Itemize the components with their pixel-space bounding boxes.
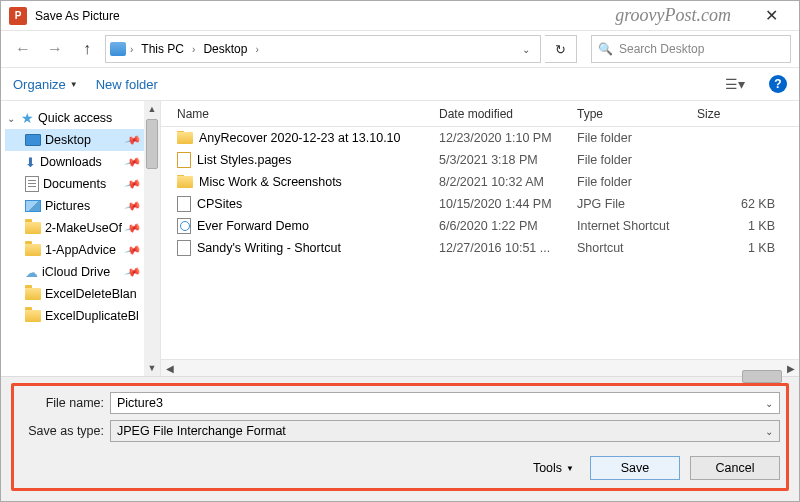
chevron-down-icon: ▼ bbox=[70, 80, 78, 89]
filename-label: File name: bbox=[20, 396, 104, 410]
tools-label: Tools bbox=[533, 461, 562, 475]
column-type[interactable]: Type bbox=[577, 107, 697, 121]
file-row[interactable]: AnyRecover 2020-12-23 at 13.10.1012/23/2… bbox=[161, 127, 799, 149]
address-segment-desktop[interactable]: Desktop bbox=[199, 42, 251, 56]
file-type: File folder bbox=[577, 131, 697, 145]
pin-icon: 📌 bbox=[124, 241, 143, 259]
caret-down-icon[interactable]: ⌄ bbox=[7, 113, 17, 124]
file-date: 6/6/2020 1:22 PM bbox=[439, 219, 577, 233]
scroll-thumb[interactable] bbox=[146, 119, 158, 169]
chevron-down-icon[interactable]: ⌄ bbox=[765, 398, 773, 409]
tree-scrollbar[interactable]: ▲ ▼ bbox=[144, 101, 160, 376]
file-list-pane: Name Date modified Type Size AnyRecover … bbox=[161, 101, 799, 376]
pin-icon: 📌 bbox=[124, 197, 143, 215]
file-name: AnyRecover 2020-12-23 at 13.10.10 bbox=[199, 131, 401, 145]
file-type: File folder bbox=[577, 153, 697, 167]
navigation-tree: ⌄ ★ Quick access Desktop📌⬇Downloads📌Docu… bbox=[1, 101, 161, 376]
organize-label: Organize bbox=[13, 77, 66, 92]
file-date: 5/3/2021 3:18 PM bbox=[439, 153, 577, 167]
cloud-icon: ☁ bbox=[25, 265, 38, 280]
organize-button[interactable]: Organize ▼ bbox=[13, 77, 78, 92]
filename-input[interactable]: Picture3 ⌄ bbox=[110, 392, 780, 414]
star-icon: ★ bbox=[21, 110, 34, 126]
pages-icon bbox=[177, 152, 191, 168]
file-name: Sandy's Writing - Shortcut bbox=[197, 241, 341, 255]
cancel-label: Cancel bbox=[716, 461, 755, 475]
pin-icon: 📌 bbox=[124, 219, 143, 237]
save-button[interactable]: Save bbox=[590, 456, 680, 480]
file-name: Misc Work & Screenshots bbox=[199, 175, 342, 189]
quick-access-label: Quick access bbox=[38, 111, 112, 125]
folder-icon bbox=[25, 222, 41, 234]
sidebar-item-exceldeleteblan[interactable]: ExcelDeleteBlan bbox=[5, 283, 160, 305]
search-input[interactable]: 🔍 Search Desktop bbox=[591, 35, 791, 63]
column-date[interactable]: Date modified bbox=[439, 107, 577, 121]
column-headers: Name Date modified Type Size bbox=[161, 101, 799, 127]
titlebar: P Save As Picture groovyPost.com ✕ bbox=[1, 1, 799, 31]
saveastype-select[interactable]: JPEG File Interchange Format ⌄ bbox=[110, 420, 780, 442]
hscroll-thumb[interactable] bbox=[742, 370, 782, 383]
sidebar-item-2-makeuseof[interactable]: 2-MakeUseOf📌 bbox=[5, 217, 160, 239]
back-button[interactable]: ← bbox=[9, 35, 37, 63]
sidebar-item-label: 2-MakeUseOf bbox=[45, 221, 122, 235]
scroll-up-icon[interactable]: ▲ bbox=[144, 101, 160, 117]
pin-icon: 📌 bbox=[124, 175, 143, 193]
sidebar-item-label: Documents bbox=[43, 177, 106, 191]
cancel-button[interactable]: Cancel bbox=[690, 456, 780, 480]
highlighted-region: File name: Picture3 ⌄ Save as type: JPEG… bbox=[11, 383, 789, 491]
scroll-right-icon[interactable]: ▶ bbox=[782, 363, 799, 374]
column-name[interactable]: Name bbox=[161, 107, 439, 121]
sidebar-item-label: Pictures bbox=[45, 199, 90, 213]
file-row[interactable]: List Styles.pages5/3/2021 3:18 PMFile fo… bbox=[161, 149, 799, 171]
folder-icon bbox=[25, 244, 41, 256]
tools-button[interactable]: Tools ▼ bbox=[533, 461, 574, 475]
chevron-right-icon[interactable]: › bbox=[255, 44, 258, 55]
scroll-down-icon[interactable]: ▼ bbox=[144, 360, 160, 376]
drive-icon bbox=[110, 42, 126, 56]
file-name: CPSites bbox=[197, 197, 242, 211]
help-button[interactable]: ? bbox=[769, 75, 787, 93]
horizontal-scrollbar[interactable]: ◀ ▶ bbox=[161, 359, 799, 376]
sidebar-item-downloads[interactable]: ⬇Downloads📌 bbox=[5, 151, 160, 173]
file-row[interactable]: CPSites10/15/2020 1:44 PMJPG File62 KB bbox=[161, 193, 799, 215]
sidebar-item-icloud-drive[interactable]: ☁iCloud Drive📌 bbox=[5, 261, 160, 283]
file-row[interactable]: Ever Forward Demo6/6/2020 1:22 PMInterne… bbox=[161, 215, 799, 237]
new-folder-button[interactable]: New folder bbox=[96, 77, 158, 92]
chevron-down-icon[interactable]: ⌄ bbox=[765, 426, 773, 437]
tree-quick-access[interactable]: ⌄ ★ Quick access bbox=[5, 107, 160, 129]
address-bar[interactable]: › This PC › Desktop › ⌄ bbox=[105, 35, 541, 63]
file-size: 1 KB bbox=[697, 219, 799, 233]
navigation-row: ← → ↑ › This PC › Desktop › ⌄ ↻ 🔍 Search… bbox=[1, 31, 799, 67]
view-options-button[interactable]: ☰▾ bbox=[719, 74, 751, 94]
chevron-right-icon[interactable]: › bbox=[192, 44, 195, 55]
column-size[interactable]: Size bbox=[697, 107, 799, 121]
address-dropdown-icon[interactable]: ⌄ bbox=[516, 44, 536, 55]
sidebar-item-desktop[interactable]: Desktop📌 bbox=[5, 129, 160, 151]
close-button[interactable]: ✕ bbox=[751, 2, 791, 30]
address-segment-thispc[interactable]: This PC bbox=[137, 42, 188, 56]
jpg-icon bbox=[177, 196, 191, 212]
shortcut-icon bbox=[177, 240, 191, 256]
file-date: 10/15/2020 1:44 PM bbox=[439, 197, 577, 211]
sidebar-item-excelduplicatebl[interactable]: ExcelDuplicateBl bbox=[5, 305, 160, 327]
folder-icon bbox=[25, 310, 41, 322]
desktop-icon bbox=[25, 134, 41, 146]
sidebar-item-label: Desktop bbox=[45, 133, 91, 147]
sidebar-item-documents[interactable]: Documents📌 bbox=[5, 173, 160, 195]
refresh-button[interactable]: ↻ bbox=[545, 35, 577, 63]
file-date: 8/2/2021 10:32 AM bbox=[439, 175, 577, 189]
pictures-icon bbox=[25, 200, 41, 212]
sidebar-item-1-appadvice[interactable]: 1-AppAdvice📌 bbox=[5, 239, 160, 261]
chevron-right-icon[interactable]: › bbox=[130, 44, 133, 55]
scroll-left-icon[interactable]: ◀ bbox=[161, 363, 178, 374]
file-type: JPG File bbox=[577, 197, 697, 211]
folder-icon bbox=[25, 288, 41, 300]
url-icon bbox=[177, 218, 191, 234]
file-size: 62 KB bbox=[697, 197, 799, 211]
sidebar-item-pictures[interactable]: Pictures📌 bbox=[5, 195, 160, 217]
file-row[interactable]: Misc Work & Screenshots8/2/2021 10:32 AM… bbox=[161, 171, 799, 193]
file-name: List Styles.pages bbox=[197, 153, 292, 167]
file-row[interactable]: Sandy's Writing - Shortcut12/27/2016 10:… bbox=[161, 237, 799, 259]
up-button[interactable]: ↑ bbox=[73, 35, 101, 63]
sidebar-item-label: ExcelDeleteBlan bbox=[45, 287, 137, 301]
